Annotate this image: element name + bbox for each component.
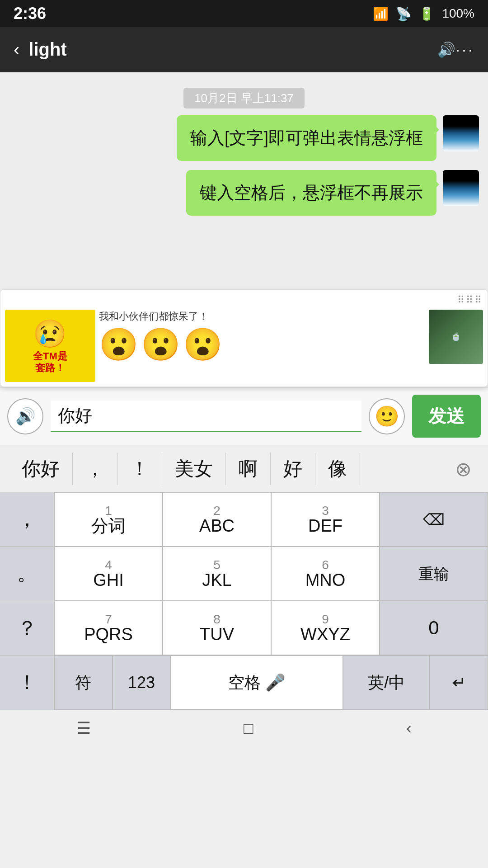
key-backspace[interactable]: ⌫ bbox=[380, 492, 488, 547]
key-space[interactable]: 空格 🎤 bbox=[170, 656, 343, 710]
voice-button[interactable]: 🔊 bbox=[7, 398, 43, 434]
nav-menu-icon[interactable]: ☰ bbox=[76, 719, 91, 738]
key-zero[interactable]: 0 bbox=[380, 601, 488, 655]
timestamp: 10月2日 早上11:37 bbox=[9, 90, 479, 106]
key-4[interactable]: 4 GHI bbox=[54, 547, 163, 601]
key-1[interactable]: 1 分词 bbox=[54, 492, 163, 547]
enter-icon: ↵ bbox=[452, 673, 466, 692]
emoji-3: 😮 bbox=[183, 326, 222, 363]
key-reenter[interactable]: 重输 bbox=[380, 547, 488, 601]
nav-bar: ☰ □ ‹ bbox=[0, 710, 488, 746]
pred-item-2[interactable]: ！ bbox=[117, 453, 162, 485]
nav-home-icon[interactable]: □ bbox=[244, 719, 253, 738]
key-label: PQRS bbox=[84, 626, 133, 643]
key-label: MNO bbox=[305, 571, 346, 589]
emoji-2: 😮 bbox=[141, 326, 180, 363]
key-num: 4 bbox=[105, 559, 112, 571]
message-input[interactable] bbox=[51, 401, 361, 432]
key-7[interactable]: 7 PQRS bbox=[54, 601, 163, 655]
status-icons: 📶 📡 🔋 100% bbox=[373, 6, 474, 21]
key-8[interactable]: 8 TUV bbox=[163, 601, 271, 655]
message-row: 键入空格后，悬浮框不再展示 bbox=[9, 170, 479, 216]
key-num: 8 bbox=[213, 613, 221, 626]
key-num: 1 bbox=[105, 505, 112, 517]
prediction-delete-button[interactable]: ⊗ bbox=[448, 454, 479, 484]
key-9[interactable]: 9 WXYZ bbox=[271, 601, 380, 655]
key-3[interactable]: 3 DEF bbox=[271, 492, 380, 547]
more-button[interactable]: ··· bbox=[455, 40, 474, 59]
backspace-icon: ⌫ bbox=[423, 512, 445, 527]
key-question[interactable]: ？ bbox=[0, 601, 54, 656]
emoji-button[interactable]: 🙂 bbox=[369, 398, 405, 434]
key-lang[interactable]: 英/中 bbox=[343, 656, 430, 710]
key-num: 9 bbox=[322, 613, 329, 626]
battery-icon: 🔋 bbox=[419, 6, 435, 21]
num-label: 123 bbox=[128, 673, 155, 692]
key-num: 7 bbox=[105, 613, 112, 626]
key-row-3: 7 PQRS 8 TUV 9 WXYZ 0 bbox=[54, 601, 488, 655]
avatar bbox=[443, 170, 479, 206]
key-label: WXYZ bbox=[300, 626, 350, 643]
key-num: 3 bbox=[322, 505, 329, 517]
sticker-image-right[interactable]: 🍵 bbox=[429, 310, 483, 364]
avatar bbox=[443, 115, 479, 151]
emoji-popup: ⠿⠿⠿ 😢 全TM是套路！ 我和小伙伴们都惊呆了！ 😮 😮 😮 🍵 bbox=[0, 289, 488, 387]
key-num: 2 bbox=[213, 505, 221, 517]
message-row: 输入[文字]即可弹出表情悬浮框 bbox=[9, 115, 479, 161]
pred-item-4[interactable]: 啊 bbox=[226, 453, 271, 485]
key-2[interactable]: 2 ABC bbox=[163, 492, 271, 547]
emoji-popup-content: 😢 全TM是套路！ 我和小伙伴们都惊呆了！ 😮 😮 😮 🍵 bbox=[5, 310, 483, 382]
key-period[interactable]: 。 bbox=[0, 547, 54, 601]
chat-area: 10月2日 早上11:37 输入[文字]即可弹出表情悬浮框 键入空格后，悬浮框不… bbox=[0, 72, 488, 289]
key-label: GHI bbox=[93, 571, 124, 589]
status-bar: 2:36 📶 📡 🔋 100% bbox=[0, 0, 488, 27]
key-sym[interactable]: 符 bbox=[54, 656, 113, 710]
contact-name: light bbox=[28, 39, 433, 60]
nav-back-icon[interactable]: ‹ bbox=[406, 719, 412, 738]
pred-item-0[interactable]: 你好 bbox=[9, 453, 73, 485]
key-5[interactable]: 5 JKL bbox=[163, 547, 271, 601]
key-label: TUV bbox=[200, 626, 234, 643]
keyboard-bottom-row: 符 123 空格 🎤 英/中 ↵ bbox=[54, 655, 488, 710]
send-button[interactable]: 发送 bbox=[412, 395, 481, 438]
pred-item-1[interactable]: ， bbox=[73, 453, 117, 485]
sticker-yellow[interactable]: 😢 全TM是套路！ bbox=[5, 310, 95, 382]
key-comma[interactable]: ， bbox=[0, 492, 54, 547]
key-6[interactable]: 6 MNO bbox=[271, 547, 380, 601]
dots-grid-icon[interactable]: ⠿⠿⠿ bbox=[457, 294, 483, 306]
pred-item-3[interactable]: 美女 bbox=[162, 453, 226, 485]
key-label: DEF bbox=[308, 517, 343, 534]
space-label: 空格 🎤 bbox=[228, 672, 286, 694]
signal-icon: 📶 bbox=[373, 6, 389, 21]
phone-icon[interactable]: 🔊 bbox=[437, 41, 455, 58]
emoji-1: 😮 bbox=[99, 326, 138, 363]
wifi-icon: 📡 bbox=[396, 6, 412, 21]
battery-level: 100% bbox=[442, 6, 474, 21]
keyboard-main: 1 分词 2 ABC 3 DEF ⌫ 4 GHI bbox=[54, 492, 488, 710]
message-bubble: 键入空格后，悬浮框不再展示 bbox=[186, 170, 436, 216]
key-row-1: 1 分词 2 ABC 3 DEF ⌫ bbox=[54, 492, 488, 547]
key-num: 5 bbox=[213, 559, 221, 571]
keyboard-rows: ， 。 ？ ！ 1 分词 2 ABC 3 DEF bbox=[0, 492, 488, 710]
key-row-2: 4 GHI 5 JKL 6 MNO 重输 bbox=[54, 547, 488, 601]
emoji-stickers[interactable]: 😮 😮 😮 bbox=[99, 326, 425, 363]
keyboard-left: ， 。 ？ ！ bbox=[0, 492, 54, 710]
pred-item-5[interactable]: 好 bbox=[271, 453, 315, 485]
sym-label: 符 bbox=[75, 672, 91, 694]
key-enter[interactable]: ↵ bbox=[430, 656, 488, 710]
key-exclaim[interactable]: ！ bbox=[0, 656, 54, 710]
message-bubble: 输入[文字]即可弹出表情悬浮框 bbox=[177, 115, 436, 161]
emoji-caption: 我和小伙伴们都惊呆了！ bbox=[99, 310, 425, 323]
key-num: 6 bbox=[322, 559, 329, 571]
key-label: ABC bbox=[199, 517, 235, 534]
back-button[interactable]: ‹ bbox=[14, 39, 19, 60]
prediction-bar: 你好 ， ！ 美女 啊 好 像 ⊗ bbox=[0, 445, 488, 492]
smiley-icon: 🙂 bbox=[375, 405, 399, 428]
pred-item-6[interactable]: 像 bbox=[315, 453, 360, 485]
voice-icon: 🔊 bbox=[15, 407, 36, 426]
title-bar: ‹ light 🔊 ··· bbox=[0, 27, 488, 72]
key-123[interactable]: 123 bbox=[113, 656, 171, 710]
reenter-label: 重输 bbox=[418, 566, 449, 581]
status-time: 2:36 bbox=[14, 4, 46, 23]
keyboard: ， 。 ？ ！ 1 分词 2 ABC 3 DEF bbox=[0, 492, 488, 710]
